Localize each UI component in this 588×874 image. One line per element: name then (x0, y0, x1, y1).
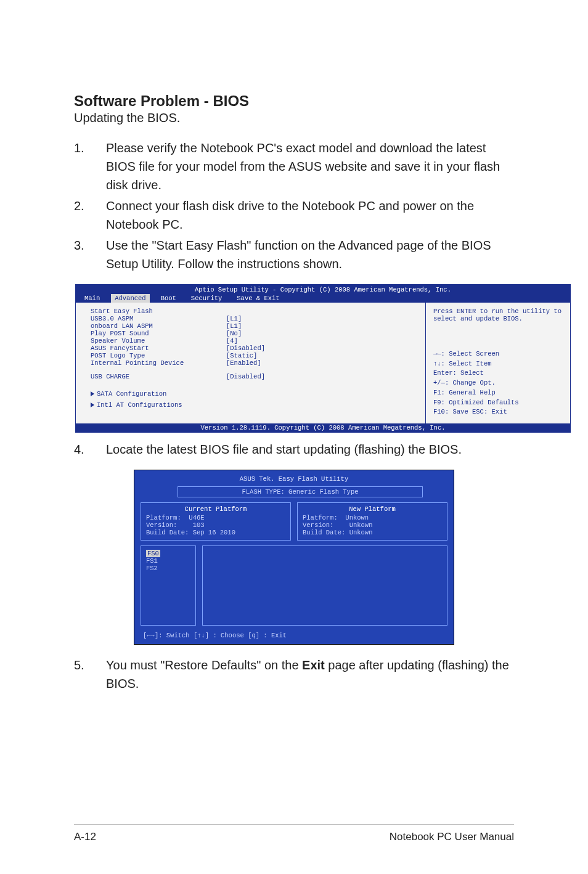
fs-list-pane[interactable]: FS0 FS1 FS2 (141, 545, 196, 626)
bios-footer: Version 1.28.1119. Copyright (C) 2008 Am… (76, 423, 570, 432)
bios-submenu-label: SATA Configuration (97, 390, 166, 398)
bios-label: POST Logo Type (91, 352, 226, 359)
field-label: Version: (146, 521, 177, 529)
field-label: Build Date: (303, 529, 345, 536)
bios-row[interactable]: USB CHARGE[Disabled] (91, 373, 417, 380)
page-title: Software Problem - BIOS (74, 92, 514, 110)
step-1: 1. Please verify the Notebook PC's exact… (74, 139, 514, 194)
page-subtitle: Updating the BIOS. (74, 111, 514, 125)
steps-list-lower: 5. You must "Restore Defaults" on the Ex… (74, 656, 514, 693)
field-label: Build Date: (146, 529, 189, 536)
bios-value: [Disabled] (226, 345, 265, 352)
legend-line: ↑↓: Select Item (433, 359, 564, 369)
flash-type-box: FLASH TYPE: Generic Flash Type (178, 486, 423, 497)
legend-line: +/—: Change Opt. (433, 378, 564, 388)
tab-boot[interactable]: Boot (157, 294, 180, 303)
legend-line: F9: Optimized Defaults (433, 398, 564, 408)
bios-help-text: Press ENTER to run the utility to select… (433, 308, 564, 322)
fs-item-selected[interactable]: FS0 (146, 550, 160, 557)
tab-security[interactable]: Security (187, 294, 226, 303)
fs-item[interactable]: FS2 (146, 565, 190, 572)
flash-title: ASUS Tek. Easy Flash Utility (141, 475, 447, 483)
easy-flash-screenshot: ASUS Tek. Easy Flash Utility FLASH TYPE:… (134, 470, 454, 645)
field-label: Version: (303, 521, 333, 529)
bios-row[interactable]: Start Easy Flash (91, 308, 417, 315)
field-value: Unkown (349, 521, 373, 529)
field-value: U46E (189, 514, 204, 521)
step-text: Connect your flash disk drive to the Not… (106, 197, 514, 234)
legend-line: F10: Save ESC: Exit (433, 407, 564, 417)
step-4: 4. Locate the latest BIOS file and start… (74, 440, 514, 459)
box-title: New Platform (303, 505, 442, 513)
tab-main[interactable]: Main (81, 294, 104, 303)
file-list-pane[interactable] (202, 545, 447, 626)
bios-submenu-label: Intl AT Configurations (97, 401, 182, 409)
legend-line: F1: General Help (433, 388, 564, 398)
bios-settings-pane: Start Easy Flash USB3.0 ASPM[L1] onboard… (76, 303, 425, 423)
bios-setup-screenshot: Aptio Setup Utility - Copyright (C) 2008… (75, 284, 571, 433)
field-value: Unkown (345, 514, 369, 521)
field-label: Platform: (146, 514, 181, 521)
bios-label: USB3.0 ASPM (91, 315, 226, 322)
legend-line: Enter: Select (433, 369, 564, 378)
page-footer: A-12 Notebook PC User Manual (74, 824, 514, 843)
bios-value: [Enabled] (226, 359, 261, 367)
bios-label: Speaker Volume (91, 337, 226, 345)
bios-value: [4] (226, 337, 238, 345)
steps-list-mid: 4. Locate the latest BIOS file and start… (74, 440, 514, 459)
bios-value: [Disabled] (226, 373, 265, 380)
bios-submenu-sata[interactable]: SATA Configuration (91, 390, 417, 398)
bios-row[interactable]: POST Logo Type[Static] (91, 352, 417, 359)
bios-key-legend: →←: Select Screen ↑↓: Select Item Enter:… (433, 349, 564, 417)
bios-label: ASUS FancyStart (91, 345, 226, 352)
tab-save-exit[interactable]: Save & Exit (233, 294, 283, 303)
page-number: A-12 (74, 831, 96, 843)
bios-label: Start Easy Flash (91, 308, 226, 315)
bios-submenu-intl-at[interactable]: Intl AT Configurations (91, 401, 417, 409)
step-text-bold: Exit (302, 658, 325, 672)
step-text: Please verify the Notebook PC's exact mo… (106, 139, 514, 194)
bios-value: [Static] (226, 352, 257, 359)
field-value: Sep 16 2010 (193, 529, 235, 536)
step-text: You must "Restore Defaults" on the Exit … (106, 656, 514, 693)
field-value: Unkown (349, 529, 373, 536)
current-platform-box: Current Platform Platform: U46E Version:… (141, 502, 291, 541)
bios-label: onboard LAN ASPM (91, 322, 226, 330)
bios-row[interactable]: Play POST Sound[No] (91, 330, 417, 337)
step-number: 2. (74, 197, 106, 234)
step-number: 5. (74, 656, 106, 693)
step-3: 3. Use the "Start Easy Flash" function o… (74, 236, 514, 273)
fs-item[interactable]: FS1 (146, 557, 190, 565)
tab-advanced[interactable]: Advanced (111, 294, 149, 303)
bios-value: [L1] (226, 315, 242, 322)
field-label: Platform: (303, 514, 338, 521)
bios-label: USB CHARGE (91, 373, 226, 380)
bios-value: [L1] (226, 322, 242, 330)
flash-key-hint: [←→]: Switch [↑↓] : Choose [q] : Exit (141, 631, 447, 640)
step-number: 4. (74, 440, 106, 459)
bios-header: Aptio Setup Utility - Copyright (C) 2008… (76, 285, 570, 294)
step-number: 1. (74, 139, 106, 194)
bios-row[interactable]: Internal Pointing Device[Enabled] (91, 359, 417, 367)
bios-row[interactable]: Speaker Volume[4] (91, 337, 417, 345)
step-text-pre: You must "Restore Defaults" on the (106, 658, 302, 672)
step-text: Use the "Start Easy Flash" function on t… (106, 236, 514, 273)
step-number: 3. (74, 236, 106, 273)
bios-value: [No] (226, 330, 242, 337)
steps-list-upper: 1. Please verify the Notebook PC's exact… (74, 139, 514, 273)
box-title: Current Platform (146, 505, 285, 513)
bios-help-pane: Press ENTER to run the utility to select… (425, 303, 570, 423)
step-text: Locate the latest BIOS file and start up… (106, 440, 514, 459)
manual-title: Notebook PC User Manual (390, 831, 514, 843)
bios-row[interactable]: ASUS FancyStart[Disabled] (91, 345, 417, 352)
legend-line: →←: Select Screen (433, 349, 564, 359)
bios-row[interactable]: onboard LAN ASPM[L1] (91, 322, 417, 330)
bios-tabs: Main Advanced Boot Security Save & Exit (76, 294, 570, 303)
step-2: 2. Connect your flash disk drive to the … (74, 197, 514, 234)
bios-label: Internal Pointing Device (91, 359, 226, 367)
step-5: 5. You must "Restore Defaults" on the Ex… (74, 656, 514, 693)
bios-label: Play POST Sound (91, 330, 226, 337)
field-value: 103 (193, 521, 205, 529)
bios-row[interactable]: USB3.0 ASPM[L1] (91, 315, 417, 322)
new-platform-box: New Platform Platform: Unkown Version: U… (297, 502, 447, 541)
